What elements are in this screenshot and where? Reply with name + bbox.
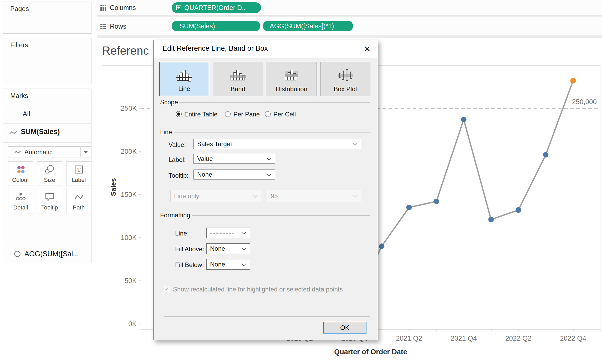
data-point[interactable] [461,117,467,122]
tooltip-dropdown[interactable]: None [193,170,275,180]
fill-above-dropdown[interactable]: None [206,243,250,254]
pill-label: AGG(SUM([Sales])*1) [270,22,334,30]
x-tick [546,330,546,331]
radio-per-cell-label: Per Cell [273,111,296,118]
detail-button-label: Detail [8,204,33,211]
tooltip-icon [44,192,55,203]
fill-below-dropdown[interactable]: None [206,259,250,270]
dashed-line-preview [210,233,234,234]
marks-tab-all[interactable]: All [23,110,30,118]
path-icon [73,192,85,203]
colour-icon [16,164,26,175]
chevron-down-icon [353,141,357,146]
sheet-title: Referenc [102,44,149,57]
pill-agg-sum-sales[interactable]: AGG(SUM([Sales])*1) [263,21,353,31]
y-tick [139,151,141,152]
data-point[interactable] [434,199,439,204]
mark-type-dropdown[interactable]: Automatic [8,146,91,157]
fill-below-dropdown-text: None [210,261,225,268]
plot-right-border [600,65,600,329]
filters-label: Filters [10,41,28,49]
tooltip-button[interactable]: Tooltip [37,189,62,213]
label-button-label: Label [67,177,91,183]
size-button[interactable]: Size [37,161,62,186]
pill-quarter-order-date[interactable]: QUARTER(Order D.. [172,2,261,13]
shelf-gap [97,35,602,38]
x-tick [464,330,464,331]
pill-sum-sales[interactable]: SUM(Sales) [172,21,260,31]
data-point[interactable] [543,152,549,158]
label-button[interactable]: T Label [66,161,91,186]
radio-entire-table[interactable] [176,111,182,117]
type-button-distribution[interactable]: Distribution [267,62,317,96]
y-tick [139,280,141,281]
divider [3,123,91,124]
pill-label: SUM(Sales) [180,22,215,30]
scope-section-label: Scope [160,99,178,106]
line-only-dropdown-text: Line only [174,192,199,200]
colour-button[interactable]: Colour [8,161,33,186]
shelf-gap [97,15,602,17]
x-tick [600,330,601,331]
data-point[interactable] [516,207,521,213]
data-point[interactable] [406,205,412,210]
worksheet-border [97,38,97,364]
y-tick-label: 0K [110,320,137,328]
value-dropdown[interactable]: Sales Target [193,139,361,149]
x-tick-label: 2021 Q4 [445,334,482,342]
path-button[interactable]: Path [66,189,91,213]
colour-button-label: Colour [8,177,33,183]
type-button-box-plot[interactable]: Box Plot [320,62,370,96]
label-dropdown[interactable]: Value [193,154,275,164]
pill-label: QUARTER(Order D.. [184,4,246,12]
mark-type-value: Automatic [24,148,53,156]
marks-tab-sum-sales[interactable]: SUM(Sales) [21,128,60,136]
type-button-label: Line [160,85,209,93]
size-button-label: Size [37,177,62,183]
label-icon: T [74,164,84,175]
x-tick [382,330,382,331]
x-tick [409,330,410,331]
chevron-down-icon [267,171,271,176]
x-tick [573,330,574,331]
sales-line [354,81,573,302]
y-tick [139,237,141,238]
y-tick-label: 250K [110,104,137,112]
y-tick [139,194,141,195]
ok-button[interactable]: OK [323,322,366,334]
pages-shelf[interactable]: Pages [3,2,91,34]
dialog-titlebar[interactable]: Edit Reference Line, Band or Box ✕ [154,40,378,58]
data-point[interactable] [379,243,385,249]
format-line-label: Line: [175,230,189,237]
box-plot-icon [337,68,354,83]
line-section-label: Line [160,129,172,136]
y-tick-label: 150K [110,191,137,199]
x-tick [518,330,519,331]
rows-shelf-label: Rows [110,23,126,30]
filters-shelf[interactable]: Filters [3,38,91,84]
chevron-down-icon [267,156,271,160]
value-dropdown-text: Sales Target [197,140,232,148]
show-recalculated-checkbox: ✓ [164,286,170,292]
data-point[interactable] [488,217,494,222]
tooltip-button-label: Tooltip [37,204,62,211]
size-icon [44,164,55,175]
radio-per-cell[interactable] [265,111,271,117]
marks-tab-agg[interactable]: AGG(SUM([Sal... [24,250,79,258]
chevron-down-icon [241,261,246,266]
radio-per-pane[interactable] [225,111,231,117]
reference-line-label: 250,000 [572,98,597,106]
chevron-down-icon[interactable] [84,151,88,153]
divider [80,147,81,157]
close-icon[interactable]: ✕ [361,43,373,55]
divider [164,280,370,280]
type-button-line[interactable]: Line [159,62,209,96]
columns-shelf-label: Columns [110,4,136,12]
type-button-band[interactable]: Band [213,62,263,96]
fill-above-label: Fill Above: [175,245,204,253]
line-style-dropdown[interactable] [206,228,250,238]
detail-button[interactable]: Detail [8,189,33,213]
fill-above-dropdown-text: None [210,245,225,252]
data-point[interactable] [570,78,576,84]
x-tick [436,330,437,331]
